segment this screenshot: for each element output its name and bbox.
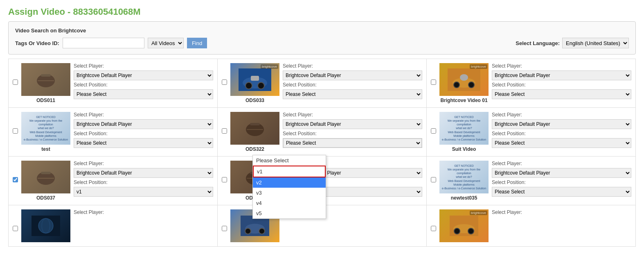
cell-brightcove01: brightcove Brightcove Video 01 Select Pl… [427, 59, 635, 107]
cell-name-ods037: ODS037 [21, 195, 70, 201]
grid-row-2: GET NOTICEDWe separate you from the comp… [9, 108, 635, 157]
thumb-image-bottom3: brightcove [439, 209, 489, 242]
position-label-ods033: Select Position: [283, 82, 422, 88]
cell-thumb-newtest035: GET NOTICEDWe separate you from the comp… [439, 161, 489, 201]
cell-bottom1: Select Player: [9, 205, 218, 246]
position-label-test: Select Position: [74, 131, 213, 136]
player-select-test[interactable]: Brightcove Default Player [74, 119, 213, 129]
find-button[interactable]: Find [187, 38, 207, 48]
cell-checkbox-ods033[interactable] [222, 80, 227, 85]
cell-checkbox-bottom2[interactable] [222, 226, 227, 231]
banner-text-test: GET NOTICEDWe separate you from the comp… [21, 114, 70, 143]
player-select-ods037[interactable]: Brightcove Default Player [74, 168, 213, 178]
cell-controls-bottom3: Select Player: [492, 209, 631, 215]
player-label-ods033: Select Player: [283, 63, 422, 69]
position-dropdown-ods322: Please Select v1 v2 v3 v4 v5 [252, 155, 326, 219]
tags-label: Tags Or Video ID: [15, 40, 59, 46]
cell-checkbox-suitvideo[interactable] [431, 128, 436, 134]
cell-controls-suitvideo: Select Player: Brightcove Default Player… [492, 112, 631, 148]
cell-checkbox-bottom3[interactable] [431, 226, 436, 231]
position-label-ods037: Select Position: [74, 179, 213, 185]
cell-test: GET NOTICEDWe separate you from the comp… [9, 108, 218, 156]
banner-text-newtest035: GET NOTICEDWe separate you from the comp… [439, 162, 489, 192]
player-select-ods033[interactable]: Brightcove Default Player [283, 70, 422, 80]
position-select-ods011[interactable]: Please Select v1v2v3v4v5 [74, 89, 213, 99]
cell-thumb-ods011: ODS011 [21, 63, 70, 103]
dropdown-option-v2[interactable]: v2 [253, 177, 326, 188]
position-select-test[interactable]: Please Select v1v2v3v4v5 [74, 138, 213, 148]
thumb-image-ods322 [230, 112, 279, 145]
cell-checkbox-newtest035[interactable] [431, 177, 436, 182]
position-label-ods011: Select Position: [74, 82, 213, 88]
cell-ods037: ODS037 Select Player: Brightcove Default… [9, 157, 218, 205]
language-select[interactable]: English (United States) Spanish French [562, 38, 629, 48]
position-select-suitvideo[interactable]: Please Select v1v2v3v4v5 [492, 138, 631, 148]
video-type-select[interactable]: All Videos Public Private [148, 38, 184, 48]
position-select-brightcove01[interactable]: Please Select v1v2v3v4v5 [492, 89, 631, 99]
dropdown-option-please-select[interactable]: Please Select [253, 155, 326, 166]
svg-point-28 [259, 228, 265, 234]
page-title: Assign Video - 883360541068M [8, 7, 636, 17]
lang-row: Select Language: English (United States)… [516, 38, 629, 48]
player-label-bottom1: Select Player: [74, 209, 213, 215]
position-select-ods033[interactable]: Please Select v1v2v3v4v5 [283, 89, 422, 99]
dropdown-option-v5[interactable]: v5 [253, 208, 326, 218]
svg-point-6 [258, 82, 264, 89]
position-select-ods037[interactable]: Please Select v1v2v3v4v5 [74, 187, 213, 197]
thumb-image-ods037 [21, 161, 70, 193]
cell-checkbox-ods037[interactable] [13, 177, 18, 182]
thumb-image-test: GET NOTICEDWe separate you from the comp… [21, 112, 70, 145]
cell-checkbox-ods031[interactable] [222, 177, 227, 182]
cell-name-ods322: ODS322 [230, 146, 279, 152]
cell-name-ods011: ODS011 [21, 98, 70, 103]
player-select-ods322[interactable]: Brightcove Default Player [283, 119, 422, 129]
tags-input[interactable] [63, 38, 144, 48]
cell-name-test: test [21, 146, 70, 152]
player-label-brightcove01: Select Player: [492, 63, 631, 69]
player-select-brightcove01[interactable]: Brightcove Default Player [492, 70, 631, 80]
cell-thumb-bottom3: brightcove [439, 209, 489, 242]
svg-point-11 [468, 82, 474, 88]
cell-checkbox-bottom1[interactable] [13, 226, 18, 231]
cell-thumb-ods037: ODS037 [21, 161, 70, 201]
page-header: Assign Video - 883360541068M [0, 0, 644, 21]
video-grid: ODS011 Select Player: Brightcove Default… [8, 59, 636, 247]
player-label-bottom3: Select Player: [492, 209, 631, 215]
position-label-suitvideo: Select Position: [492, 131, 631, 136]
svg-point-27 [245, 228, 251, 234]
dropdown-option-v3[interactable]: v3 [253, 188, 326, 198]
player-select-newtest035[interactable]: Brightcove Default Player [492, 168, 631, 178]
thumb-image-newtest035: GET NOTICEDWe separate you from the comp… [439, 161, 489, 193]
cell-controls-ods037: Select Player: Brightcove Default Player… [74, 161, 213, 197]
cell-controls-bottom1: Select Player: [74, 209, 213, 215]
player-label-newtest035: Select Player: [492, 161, 631, 166]
player-select-suitvideo[interactable]: Brightcove Default Player [492, 119, 631, 129]
cell-checkbox-ods322[interactable] [222, 128, 227, 134]
svg-point-23 [38, 218, 53, 233]
cell-newtest035: GET NOTICEDWe separate you from the comp… [427, 157, 635, 205]
cell-name-newtest035: newtest035 [439, 195, 489, 201]
thumb-image-ods011 [21, 63, 70, 96]
brightcove-watermark-bv01: brightcove [470, 64, 487, 69]
player-label-test: Select Player: [74, 112, 213, 118]
player-select-ods011[interactable]: Brightcove Default Player [74, 70, 213, 80]
cell-controls-ods033: Select Player: Brightcove Default Player… [283, 63, 422, 99]
svg-point-5 [245, 82, 252, 89]
dropdown-option-v4[interactable]: v4 [253, 198, 326, 208]
cell-checkbox-brightcove01[interactable] [431, 80, 436, 85]
cell-controls-ods011: Select Player: Brightcove Default Player… [74, 63, 213, 99]
dropdown-option-v1[interactable]: v1 [253, 166, 326, 177]
cell-ods322: ODS322 Select Player: Brightcove Default… [218, 108, 427, 156]
cell-checkbox-ods011[interactable] [13, 80, 18, 85]
svg-point-12 [460, 74, 468, 81]
search-row: Tags Or Video ID: All Videos Public Priv… [15, 38, 629, 48]
thumb-image-brightcove01: brightcove [439, 63, 489, 96]
cell-checkbox-test[interactable] [13, 128, 18, 134]
position-label-newtest035: Select Position: [492, 179, 631, 185]
cell-name-brightcove01: Brightcove Video 01 [439, 98, 489, 103]
position-select-newtest035[interactable]: Please Select v1v2v3v4v5 [492, 187, 631, 197]
svg-rect-1 [41, 74, 51, 77]
thumb-image-suitvideo: GET NOTICEDWe separate you from the comp… [439, 112, 489, 145]
position-select-ods322[interactable]: Please Select v1v2v3v4v5 [283, 138, 422, 148]
cell-ods033: brightcove ODS033 Select Player: Brightc… [218, 59, 427, 107]
